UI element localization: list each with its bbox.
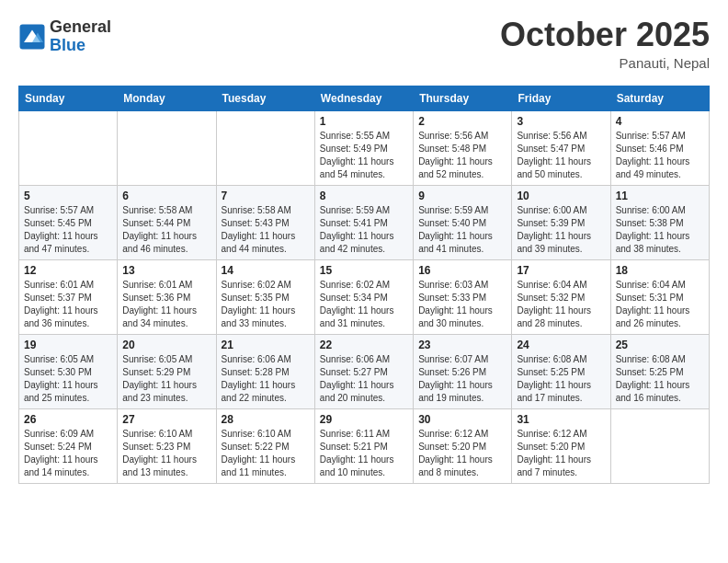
calendar-cell: 30Sunrise: 6:12 AMSunset: 5:20 PMDayligh…	[414, 409, 512, 484]
calendar-cell: 4Sunrise: 5:57 AMSunset: 5:46 PMDaylight…	[610, 111, 709, 186]
calendar-cell	[118, 111, 216, 186]
calendar-cell: 6Sunrise: 5:58 AMSunset: 5:44 PMDaylight…	[118, 186, 216, 260]
day-info: Sunrise: 5:58 AMSunset: 5:44 PMDaylight:…	[122, 204, 210, 256]
day-number: 27	[122, 413, 210, 426]
day-number: 19	[24, 339, 112, 351]
calendar-week-2: 5Sunrise: 5:57 AMSunset: 5:45 PMDaylight…	[19, 186, 710, 260]
day-number: 7	[222, 190, 310, 202]
day-number: 21	[222, 339, 310, 351]
weekday-header-monday: Monday	[118, 86, 216, 111]
calendar-cell: 23Sunrise: 6:07 AMSunset: 5:26 PMDayligh…	[414, 335, 512, 409]
day-number: 4	[616, 115, 704, 128]
day-number: 22	[320, 339, 408, 351]
day-info: Sunrise: 6:00 AMSunset: 5:39 PMDaylight:…	[517, 204, 605, 256]
day-number: 9	[418, 190, 506, 202]
day-info: Sunrise: 6:08 AMSunset: 5:25 PMDaylight:…	[616, 353, 704, 405]
day-info: Sunrise: 6:03 AMSunset: 5:33 PMDaylight:…	[418, 279, 506, 330]
weekday-header-wednesday: Wednesday	[314, 86, 413, 111]
calendar-cell: 15Sunrise: 6:02 AMSunset: 5:34 PMDayligh…	[314, 260, 413, 335]
calendar-cell: 18Sunrise: 6:04 AMSunset: 5:31 PMDayligh…	[610, 260, 709, 335]
calendar-cell: 12Sunrise: 6:01 AMSunset: 5:37 PMDayligh…	[19, 260, 118, 335]
weekday-header-sunday: Sunday	[19, 86, 118, 111]
day-info: Sunrise: 5:56 AMSunset: 5:48 PMDaylight:…	[418, 130, 506, 181]
day-number: 10	[517, 190, 605, 202]
day-info: Sunrise: 6:01 AMSunset: 5:36 PMDaylight:…	[122, 279, 210, 330]
day-number: 1	[320, 115, 408, 128]
logo-icon	[18, 23, 46, 51]
page-header: General Blue October 2025 Panauti, Nepal	[18, 18, 710, 71]
calendar-cell: 13Sunrise: 6:01 AMSunset: 5:36 PMDayligh…	[118, 260, 216, 335]
title-block: October 2025 Panauti, Nepal	[500, 18, 710, 71]
calendar-cell: 9Sunrise: 5:59 AMSunset: 5:40 PMDaylight…	[414, 186, 512, 260]
calendar-cell: 14Sunrise: 6:02 AMSunset: 5:35 PMDayligh…	[216, 260, 314, 335]
day-info: Sunrise: 6:05 AMSunset: 5:30 PMDaylight:…	[24, 353, 112, 405]
calendar-cell: 25Sunrise: 6:08 AMSunset: 5:25 PMDayligh…	[610, 335, 709, 409]
day-info: Sunrise: 5:55 AMSunset: 5:49 PMDaylight:…	[320, 130, 408, 181]
calendar-cell: 22Sunrise: 6:06 AMSunset: 5:27 PMDayligh…	[314, 335, 413, 409]
day-info: Sunrise: 6:05 AMSunset: 5:29 PMDaylight:…	[122, 353, 210, 405]
day-info: Sunrise: 6:07 AMSunset: 5:26 PMDaylight:…	[418, 353, 506, 405]
day-info: Sunrise: 6:06 AMSunset: 5:27 PMDaylight:…	[320, 353, 408, 405]
weekday-header-tuesday: Tuesday	[216, 86, 314, 111]
calendar-cell: 5Sunrise: 5:57 AMSunset: 5:45 PMDaylight…	[19, 186, 118, 260]
day-info: Sunrise: 5:59 AMSunset: 5:41 PMDaylight:…	[320, 204, 408, 256]
calendar-cell: 1Sunrise: 5:55 AMSunset: 5:49 PMDaylight…	[314, 111, 413, 186]
day-info: Sunrise: 6:06 AMSunset: 5:28 PMDaylight:…	[222, 353, 310, 405]
calendar-cell	[19, 111, 118, 186]
logo-blue: Blue	[50, 37, 111, 55]
month-title: October 2025	[500, 18, 710, 52]
day-number: 2	[418, 115, 506, 128]
day-number: 3	[517, 115, 605, 128]
day-info: Sunrise: 6:09 AMSunset: 5:24 PMDaylight:…	[24, 428, 112, 479]
calendar-cell: 17Sunrise: 6:04 AMSunset: 5:32 PMDayligh…	[512, 260, 610, 335]
calendar-cell: 29Sunrise: 6:11 AMSunset: 5:21 PMDayligh…	[314, 409, 413, 484]
day-info: Sunrise: 6:04 AMSunset: 5:32 PMDaylight:…	[517, 279, 605, 330]
calendar-cell: 24Sunrise: 6:08 AMSunset: 5:25 PMDayligh…	[512, 335, 610, 409]
calendar-cell	[216, 111, 314, 186]
day-info: Sunrise: 6:10 AMSunset: 5:23 PMDaylight:…	[122, 428, 210, 479]
calendar-cell: 28Sunrise: 6:10 AMSunset: 5:22 PMDayligh…	[216, 409, 314, 484]
weekday-header-row: SundayMondayTuesdayWednesdayThursdayFrid…	[19, 86, 710, 111]
day-info: Sunrise: 6:02 AMSunset: 5:34 PMDaylight:…	[320, 279, 408, 330]
day-number: 29	[320, 413, 408, 426]
day-number: 14	[222, 264, 310, 277]
day-number: 15	[320, 264, 408, 277]
day-info: Sunrise: 6:01 AMSunset: 5:37 PMDaylight:…	[24, 279, 112, 330]
calendar-cell: 26Sunrise: 6:09 AMSunset: 5:24 PMDayligh…	[19, 409, 118, 484]
day-number: 23	[418, 339, 506, 351]
day-info: Sunrise: 6:04 AMSunset: 5:31 PMDaylight:…	[616, 279, 704, 330]
day-info: Sunrise: 5:57 AMSunset: 5:46 PMDaylight:…	[616, 130, 704, 181]
day-number: 6	[122, 190, 210, 202]
day-info: Sunrise: 5:58 AMSunset: 5:43 PMDaylight:…	[222, 204, 310, 256]
calendar-cell: 31Sunrise: 6:12 AMSunset: 5:20 PMDayligh…	[512, 409, 610, 484]
day-number: 30	[418, 413, 506, 426]
day-number: 26	[24, 413, 112, 426]
day-number: 13	[122, 264, 210, 277]
weekday-header-thursday: Thursday	[414, 86, 512, 111]
day-info: Sunrise: 6:12 AMSunset: 5:20 PMDaylight:…	[517, 428, 605, 479]
day-number: 17	[517, 264, 605, 277]
day-info: Sunrise: 6:00 AMSunset: 5:38 PMDaylight:…	[616, 204, 704, 256]
day-number: 5	[24, 190, 112, 202]
calendar-cell: 20Sunrise: 6:05 AMSunset: 5:29 PMDayligh…	[118, 335, 216, 409]
day-info: Sunrise: 5:56 AMSunset: 5:47 PMDaylight:…	[517, 130, 605, 181]
calendar-week-3: 12Sunrise: 6:01 AMSunset: 5:37 PMDayligh…	[19, 260, 710, 335]
calendar-cell: 19Sunrise: 6:05 AMSunset: 5:30 PMDayligh…	[19, 335, 118, 409]
location-subtitle: Panauti, Nepal	[500, 55, 710, 71]
calendar-cell: 21Sunrise: 6:06 AMSunset: 5:28 PMDayligh…	[216, 335, 314, 409]
calendar-cell: 11Sunrise: 6:00 AMSunset: 5:38 PMDayligh…	[610, 186, 709, 260]
calendar-cell	[610, 409, 709, 484]
calendar-cell: 3Sunrise: 5:56 AMSunset: 5:47 PMDaylight…	[512, 111, 610, 186]
day-number: 28	[222, 413, 310, 426]
day-info: Sunrise: 6:11 AMSunset: 5:21 PMDaylight:…	[320, 428, 408, 479]
day-info: Sunrise: 6:02 AMSunset: 5:35 PMDaylight:…	[222, 279, 310, 330]
weekday-header-friday: Friday	[512, 86, 610, 111]
calendar-table: SundayMondayTuesdayWednesdayThursdayFrid…	[18, 86, 710, 484]
calendar-week-1: 1Sunrise: 5:55 AMSunset: 5:49 PMDaylight…	[19, 111, 710, 186]
logo: General Blue	[18, 18, 111, 55]
day-number: 24	[517, 339, 605, 351]
day-number: 31	[517, 413, 605, 426]
day-info: Sunrise: 5:59 AMSunset: 5:40 PMDaylight:…	[418, 204, 506, 256]
calendar-cell: 2Sunrise: 5:56 AMSunset: 5:48 PMDaylight…	[414, 111, 512, 186]
calendar-cell: 8Sunrise: 5:59 AMSunset: 5:41 PMDaylight…	[314, 186, 413, 260]
